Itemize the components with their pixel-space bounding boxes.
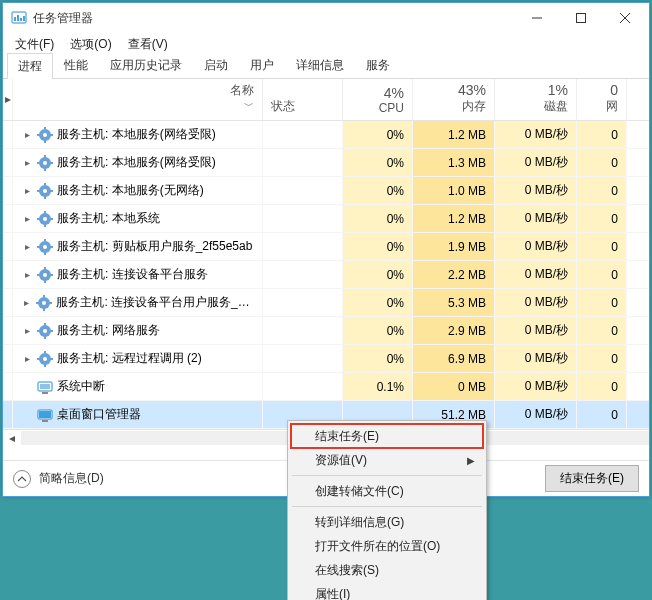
- expand-chevron-icon[interactable]: ▸: [21, 129, 33, 140]
- ctx-properties[interactable]: 属性(I): [291, 582, 483, 600]
- ctx-end-task[interactable]: 结束任务(E): [291, 424, 483, 448]
- tab-processes[interactable]: 进程: [7, 53, 53, 79]
- column-name[interactable]: 名称﹀: [13, 79, 263, 120]
- process-table-area: ▸ 名称﹀ 状态 4%CPU 43%内存 1%磁盘 0网 ▸服务主机: 本地服务…: [3, 79, 649, 460]
- process-icon: [37, 407, 53, 423]
- table-row[interactable]: ▸服务主机: 远程过程调用 (2)0%6.9 MB0 MB/秒0: [3, 345, 649, 373]
- close-button[interactable]: [603, 4, 647, 32]
- row-expander-gap: [3, 261, 13, 288]
- column-expander[interactable]: ▸: [3, 79, 13, 120]
- row-expander-gap: [3, 121, 13, 148]
- table-row[interactable]: ▸服务主机: 本地服务(网络受限)0%1.2 MB0 MB/秒0: [3, 121, 649, 149]
- svg-rect-50: [49, 302, 52, 304]
- table-row[interactable]: ▸服务主机: 连接设备平台用户服务_2f5...0%5.3 MB0 MB/秒0: [3, 289, 649, 317]
- cell-name: ▸服务主机: 本地系统: [13, 205, 263, 232]
- end-task-button[interactable]: 结束任务(E): [545, 465, 639, 492]
- svg-point-58: [43, 357, 47, 361]
- svg-rect-47: [43, 295, 45, 298]
- cell-status: [263, 149, 343, 176]
- maximize-button[interactable]: [559, 4, 603, 32]
- cell-status: [263, 261, 343, 288]
- svg-point-34: [43, 245, 47, 249]
- cell-memory: 5.3 MB: [413, 289, 495, 316]
- cell-network: 0: [577, 401, 627, 428]
- expand-chevron-icon[interactable]: ▸: [21, 297, 32, 308]
- ctx-open-location[interactable]: 打开文件所在的位置(O): [291, 534, 483, 558]
- table-row[interactable]: 系统中断0.1%0 MB0 MB/秒0: [3, 373, 649, 401]
- column-disk[interactable]: 1%磁盘: [495, 79, 577, 120]
- svg-rect-54: [44, 336, 46, 339]
- row-expander-gap: [3, 205, 13, 232]
- cell-network: 0: [577, 317, 627, 344]
- cell-memory: 1.9 MB: [413, 233, 495, 260]
- row-expander-gap: [3, 177, 13, 204]
- table-row[interactable]: ▸服务主机: 本地服务(网络受限)0%1.3 MB0 MB/秒0: [3, 149, 649, 177]
- cell-memory: 1.2 MB: [413, 205, 495, 232]
- svg-rect-59: [44, 351, 46, 354]
- expand-chevron-icon[interactable]: ▸: [21, 269, 33, 280]
- tab-users[interactable]: 用户: [239, 52, 285, 78]
- svg-rect-36: [44, 252, 46, 255]
- cell-cpu: 0.1%: [343, 373, 413, 400]
- table-row[interactable]: ▸服务主机: 网络服务0%2.9 MB0 MB/秒0: [3, 317, 649, 345]
- svg-rect-13: [37, 134, 40, 136]
- svg-point-16: [43, 161, 47, 165]
- process-icon: [36, 295, 52, 311]
- process-name: 桌面窗口管理器: [57, 406, 141, 423]
- expand-chevron-icon[interactable]: ▸: [21, 353, 33, 364]
- expand-chevron-icon[interactable]: ▸: [21, 157, 33, 168]
- cell-memory: 0 MB: [413, 373, 495, 400]
- ctx-create-dump[interactable]: 创建转储文件(C): [291, 479, 483, 503]
- table-row[interactable]: ▸服务主机: 本地服务(无网络)0%1.0 MB0 MB/秒0: [3, 177, 649, 205]
- column-memory[interactable]: 43%内存: [413, 79, 495, 120]
- column-network[interactable]: 0网: [577, 79, 627, 120]
- tab-history[interactable]: 应用历史记录: [99, 52, 193, 78]
- svg-rect-44: [50, 274, 53, 276]
- svg-rect-1: [14, 17, 16, 21]
- expand-chevron-icon[interactable]: ▸: [21, 325, 33, 336]
- ctx-search-online[interactable]: 在线搜索(S): [291, 558, 483, 582]
- titlebar[interactable]: 任务管理器: [3, 3, 649, 33]
- table-row[interactable]: ▸服务主机: 剪贴板用户服务_2f55e5ab0%1.9 MB0 MB/秒0: [3, 233, 649, 261]
- cell-status: [263, 177, 343, 204]
- row-expander-gap: [3, 289, 13, 316]
- svg-point-46: [42, 301, 46, 305]
- process-icon: [37, 211, 53, 227]
- ctx-resource-values[interactable]: 资源值(V)▶: [291, 448, 483, 472]
- process-icon: [37, 127, 53, 143]
- process-icon: [37, 239, 53, 255]
- scroll-left-icon[interactable]: ◂: [3, 431, 21, 445]
- process-name: 服务主机: 网络服务: [57, 322, 160, 339]
- svg-rect-68: [42, 420, 48, 422]
- fewer-details-button[interactable]: 简略信息(D): [13, 470, 104, 488]
- tab-details[interactable]: 详细信息: [285, 52, 355, 78]
- ctx-goto-details[interactable]: 转到详细信息(G): [291, 510, 483, 534]
- chevron-up-icon: [13, 470, 31, 488]
- svg-rect-38: [50, 246, 53, 248]
- cell-network: 0: [577, 205, 627, 232]
- expand-chevron-icon[interactable]: ▸: [21, 241, 33, 252]
- svg-rect-26: [50, 190, 53, 192]
- cell-network: 0: [577, 289, 627, 316]
- column-status[interactable]: 状态: [263, 79, 343, 120]
- tab-startup[interactable]: 启动: [193, 52, 239, 78]
- cell-name: 桌面窗口管理器: [13, 401, 263, 428]
- app-icon: [11, 10, 27, 26]
- tab-services[interactable]: 服务: [355, 52, 401, 78]
- cell-memory: 1.0 MB: [413, 177, 495, 204]
- svg-point-10: [43, 133, 47, 137]
- cell-network: 0: [577, 345, 627, 372]
- cell-name: ▸服务主机: 本地服务(网络受限): [13, 149, 263, 176]
- process-name: 服务主机: 连接设备平台服务: [57, 266, 208, 283]
- minimize-button[interactable]: [515, 4, 559, 32]
- chevron-down-icon: ﹀: [244, 99, 254, 113]
- expand-chevron-icon[interactable]: ▸: [21, 213, 33, 224]
- table-row[interactable]: ▸服务主机: 本地系统0%1.2 MB0 MB/秒0: [3, 205, 649, 233]
- svg-rect-17: [44, 155, 46, 158]
- table-row[interactable]: ▸服务主机: 连接设备平台服务0%2.2 MB0 MB/秒0: [3, 261, 649, 289]
- column-cpu[interactable]: 4%CPU: [343, 79, 413, 120]
- expand-chevron-icon[interactable]: ▸: [21, 185, 33, 196]
- tab-performance[interactable]: 性能: [53, 52, 99, 78]
- svg-rect-32: [50, 218, 53, 220]
- process-icon: [37, 267, 53, 283]
